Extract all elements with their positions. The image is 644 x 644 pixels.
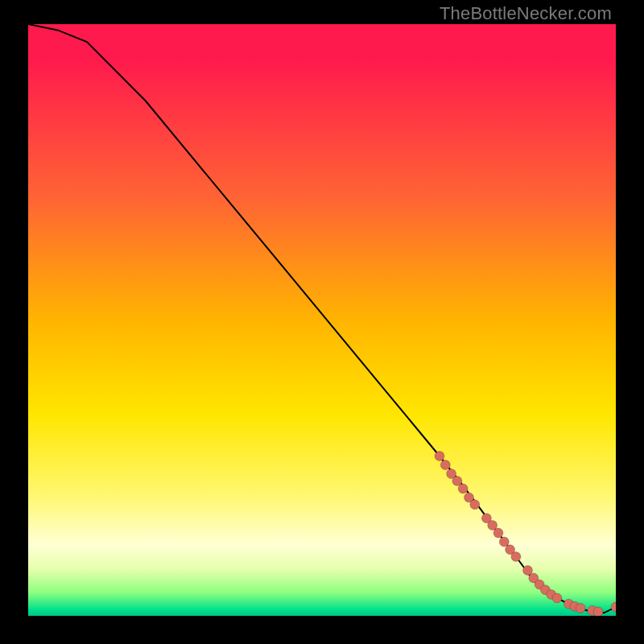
chart-container: TheBottleNecker.com [0,0,644,644]
data-point [552,593,562,603]
data-point [435,452,444,461]
sample-points-group [435,452,616,617]
watermark-text: TheBottleNecker.com [440,3,612,24]
data-point [593,607,603,616]
data-point [493,528,503,538]
data-point [440,460,450,470]
plot-area [28,24,616,616]
data-point [511,552,521,562]
chart-overlay [28,24,616,616]
data-point [458,484,468,493]
data-point [470,500,480,510]
data-point [611,602,616,612]
data-point [576,603,585,613]
bottleneck-curve [28,24,616,613]
